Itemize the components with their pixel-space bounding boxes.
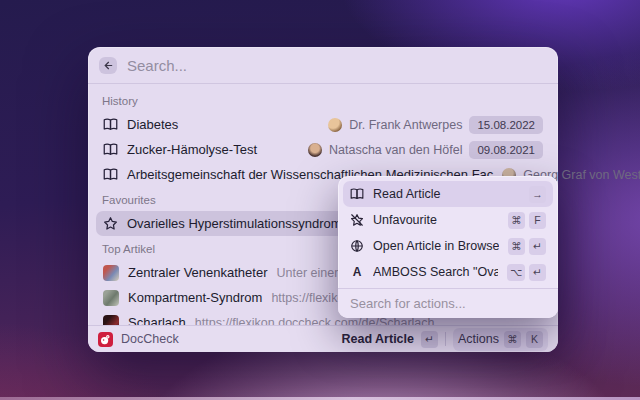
menu-item-label: Read Article <box>373 187 520 201</box>
globe-icon <box>350 239 364 253</box>
actions-label: Actions <box>458 332 499 346</box>
article-title: Ovarielles Hyperstimulationssyndrom <box>127 216 342 231</box>
k-key-icon: K <box>526 331 543 348</box>
book-open-icon <box>103 142 118 157</box>
menu-item-label: AMBOSS Search "Ovarielles Hyper... <box>373 265 498 279</box>
footer-divider <box>445 332 446 346</box>
search-bar: Search... <box>88 47 558 84</box>
author-name: Dr. Frank Antwerpes <box>349 118 462 132</box>
date-badge: 15.08.2022 <box>469 116 543 134</box>
read-article-action-button[interactable]: Read Article <box>342 332 414 346</box>
date-badge: 09.08.2021 <box>469 141 543 159</box>
doccheck-logo-icon <box>98 332 113 347</box>
article-title: Zentraler Venenkatheter <box>128 265 267 280</box>
book-open-icon <box>103 117 118 132</box>
status-bar: DocCheck Read Article ↵ Actions ⌘ K <box>88 325 558 352</box>
f-key-icon: F <box>529 212 546 229</box>
cmd-key-icon: ⌘ <box>508 212 525 229</box>
search-input[interactable]: Search... <box>127 57 187 74</box>
actions-button[interactable]: Actions ⌘ K <box>453 328 548 351</box>
menu-item-label: Open Article in Browser <box>373 239 499 253</box>
author-name: Natascha van den Höfel <box>329 143 462 157</box>
author-avatar <box>328 118 342 132</box>
menu-item-amboss-search[interactable]: A AMBOSS Search "Ovarielles Hyper... ⌥ ↵ <box>343 259 553 285</box>
menu-item-unfavourite[interactable]: Unfavourite ⌘ F <box>343 207 553 233</box>
back-button[interactable] <box>99 57 117 74</box>
star-icon <box>103 216 118 231</box>
cmd-key-icon: ⌘ <box>504 331 521 348</box>
section-header-history: History <box>102 95 544 107</box>
arrow-left-icon <box>103 60 114 71</box>
article-title: Diabetes <box>127 117 178 132</box>
star-slash-icon <box>350 213 364 227</box>
enter-key-icon: ↵ <box>421 331 438 348</box>
actions-search-input[interactable]: Search for actions... <box>338 288 558 318</box>
list-item-zucker-haemolyse-test[interactable]: Zucker-Hämolyse-Test Natascha van den Hö… <box>96 137 550 162</box>
menu-item-open-article-in-browser[interactable]: Open Article in Browser ⌘ ↵ <box>343 233 553 259</box>
arrow-right-key-icon: → <box>529 186 546 203</box>
option-key-icon: ⌥ <box>507 264 525 281</box>
app-name: DocCheck <box>121 332 179 346</box>
list-item-diabetes[interactable]: Diabetes Dr. Frank Antwerpes 15.08.2022 <box>96 112 550 137</box>
article-thumbnail <box>103 265 119 281</box>
book-open-icon <box>103 167 118 182</box>
enter-key-icon: ↵ <box>529 264 546 281</box>
author-avatar <box>308 143 322 157</box>
actions-menu: Read Article → Unfavourite ⌘ F Open Arti… <box>338 176 558 318</box>
menu-item-read-article[interactable]: Read Article → <box>343 181 553 207</box>
article-title: Zucker-Hämolyse-Test <box>127 142 257 157</box>
book-open-icon <box>350 187 364 201</box>
enter-key-icon: ↵ <box>529 238 546 255</box>
article-title: Kompartment-Syndrom <box>128 290 262 305</box>
article-thumbnail <box>103 290 119 306</box>
cmd-key-icon: ⌘ <box>508 238 525 255</box>
amboss-icon: A <box>350 265 364 279</box>
menu-item-label: Unfavourite <box>373 213 499 227</box>
